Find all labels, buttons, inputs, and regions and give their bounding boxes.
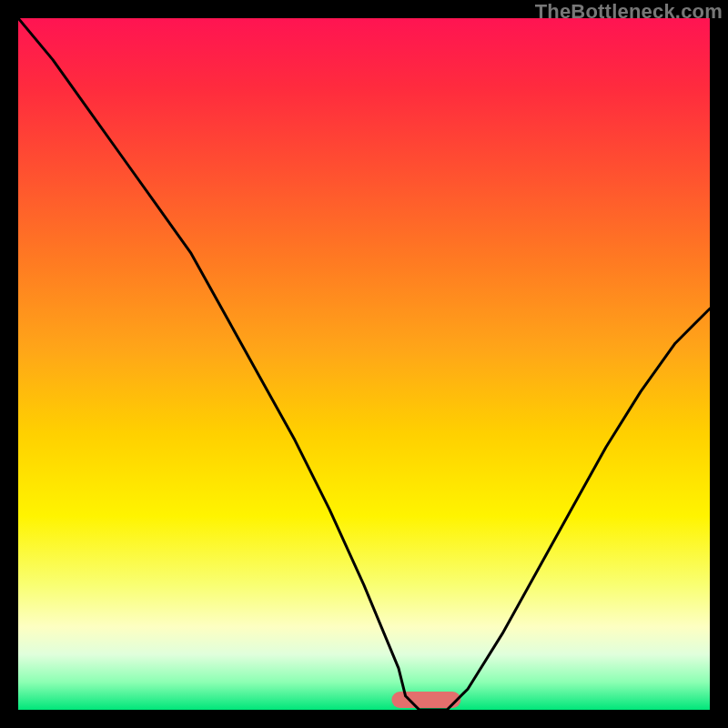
plot-background [18,18,710,710]
bottleneck-chart [18,18,710,710]
chart-frame: TheBottleneck.com [0,0,728,728]
